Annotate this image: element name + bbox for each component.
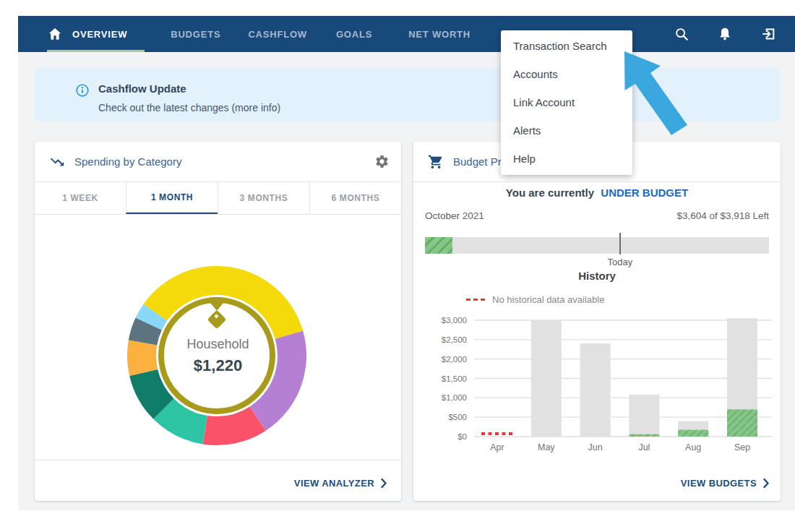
svg-text:$2,000: $2,000 <box>442 355 467 364</box>
svg-text:$3,000: $3,000 <box>442 316 467 325</box>
no-data-dash-icon <box>466 299 486 301</box>
svg-text:Apr: Apr <box>490 442 504 452</box>
status-highlight: UNDER BUDGET <box>601 186 688 199</box>
search-icon[interactable] <box>674 26 689 42</box>
spending-by-category-card: Spending by Category 1 WEEK 1 MONTH 3 MO… <box>35 142 401 501</box>
tab-1-week[interactable]: 1 WEEK <box>35 182 126 214</box>
menu-item-alerts[interactable]: Alerts <box>501 116 632 145</box>
view-analyzer-label: VIEW ANALYZER <box>294 478 374 489</box>
history-title: History <box>413 270 781 282</box>
tab-1-month[interactable]: 1 MONTH <box>126 182 218 214</box>
history-legend: No historical data available <box>466 294 604 305</box>
nav-item-cashflow[interactable]: CASHFLOW <box>248 29 307 40</box>
notifications-bell-icon[interactable] <box>717 26 733 42</box>
gear-icon[interactable] <box>374 154 390 169</box>
footer-divider <box>35 460 401 460</box>
tag-icon <box>207 310 227 330</box>
cashflow-update-banner: Cashflow Update Check out the latest cha… <box>35 68 781 121</box>
spending-card-title: Spending by Category <box>74 155 181 168</box>
svg-text:May: May <box>538 442 555 452</box>
view-budgets-label: VIEW BUDGETS <box>681 478 757 489</box>
view-budgets-link[interactable]: VIEW BUDGETS <box>681 478 769 489</box>
chevron-right-icon <box>763 479 769 488</box>
budget-progress-card: Budget Progress You are currently UNDER … <box>413 142 781 501</box>
chevron-right-icon <box>381 479 387 488</box>
tab-6-months[interactable]: 6 MONTHS <box>309 182 401 214</box>
nav-item-budgets[interactable]: BUDGETS <box>171 29 220 40</box>
nav-dropdown-menu: Transaction Search Accounts Link Account… <box>501 30 632 175</box>
svg-text:$0: $0 <box>457 432 467 441</box>
active-tab-underline <box>47 50 145 52</box>
shopping-cart-icon <box>428 154 444 170</box>
budget-progress-bar <box>425 237 769 254</box>
menu-item-help[interactable]: Help <box>501 145 632 173</box>
spending-card-header: Spending by Category <box>35 142 401 182</box>
legend-label: No historical data available <box>492 294 604 305</box>
budget-remaining: $3,604 of $3,918 Left <box>676 210 769 221</box>
svg-text:$1,500: $1,500 <box>442 374 467 383</box>
trending-down-icon <box>49 154 65 170</box>
status-prefix: You are currently <box>506 186 594 199</box>
top-nav-bar: OVERVIEW BUDGETS CASHFLOW GOALS NET WORT… <box>18 16 795 52</box>
svg-text:$500: $500 <box>448 413 467 421</box>
nav-item-overview[interactable]: OVERVIEW <box>72 29 127 40</box>
view-analyzer-link[interactable]: VIEW ANALYZER <box>294 478 387 489</box>
svg-text:$2,500: $2,500 <box>442 335 467 344</box>
budget-progress-fill <box>425 237 452 254</box>
tab-3-months[interactable]: 3 MONTHS <box>218 182 309 214</box>
nav-item-networth[interactable]: NET WORTH <box>408 29 470 40</box>
banner-title: Cashflow Update <box>98 82 186 95</box>
banner-subtitle[interactable]: Check out the latest changes (more info) <box>98 102 280 113</box>
logout-icon[interactable] <box>760 26 776 42</box>
donut-center-category: Household <box>35 337 401 352</box>
today-label: Today <box>595 257 645 267</box>
menu-item-link-account[interactable]: Link Account <box>501 88 632 116</box>
svg-text:Aug: Aug <box>685 442 701 452</box>
menu-item-accounts[interactable]: Accounts <box>501 60 632 88</box>
budget-period: October 2021 <box>425 210 484 221</box>
svg-text:$1,000: $1,000 <box>442 393 467 402</box>
donut-center-amount: $1,220 <box>35 356 401 375</box>
app-window: OVERVIEW BUDGETS CASHFLOW GOALS NET WORT… <box>0 0 795 532</box>
svg-text:Sep: Sep <box>734 442 750 452</box>
home-icon[interactable] <box>47 26 63 42</box>
budget-month-row: October 2021 $3,604 of $3,918 Left <box>425 210 769 221</box>
menu-item-transaction-search[interactable]: Transaction Search <box>501 32 632 60</box>
today-marker <box>619 233 621 254</box>
nav-item-goals[interactable]: GOALS <box>336 29 372 40</box>
info-icon <box>75 83 90 98</box>
svg-text:Jun: Jun <box>588 442 603 452</box>
budget-status-line: You are currently UNDER BUDGET <box>413 186 781 199</box>
nav-actions <box>674 16 776 52</box>
period-tabs: 1 WEEK 1 MONTH 3 MONTHS 6 MONTHS <box>35 182 401 215</box>
svg-text:Jul: Jul <box>638 442 650 452</box>
